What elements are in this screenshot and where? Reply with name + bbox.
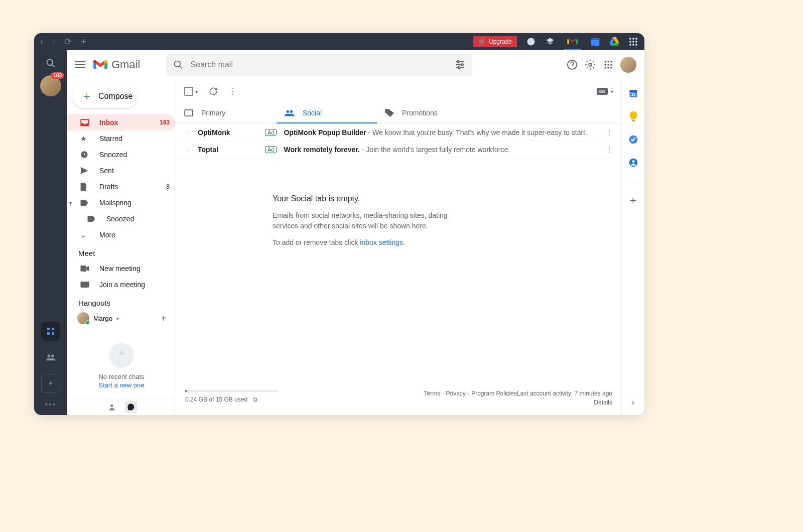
send-icon — [80, 167, 90, 174]
gmail-tab-icon[interactable] — [564, 33, 581, 50]
add-chat-icon[interactable]: + — [161, 313, 170, 324]
gmail-logo-icon — [93, 59, 107, 70]
privacy-link[interactable]: Privacy — [446, 390, 466, 406]
category-tabs: Primary Social Promotions — [176, 103, 621, 124]
hangouts-user[interactable]: Margo ▾ + — [67, 310, 176, 326]
side-panel: 31 + › — [621, 79, 644, 415]
meet-new[interactable]: New meeting — [67, 260, 176, 277]
forward-arrow-icon[interactable]: › — [52, 37, 55, 47]
svg-point-3 — [629, 38, 631, 40]
drive-tab-icon[interactable] — [609, 37, 619, 47]
svg-point-40 — [290, 110, 293, 113]
tab-social[interactable]: Social — [277, 103, 377, 123]
mail-row[interactable]: ☆ Toptal Ad Work remotely forever. - Joi… — [176, 141, 621, 158]
mail-row[interactable]: ☆ OptiMonk Ad OptiMonk Popup Builder - W… — [176, 124, 621, 141]
contacts-icon[interactable] — [628, 158, 638, 168]
nav-snoozed[interactable]: Snoozed — [67, 147, 176, 163]
collapse-panel-icon[interactable]: › — [632, 398, 634, 407]
inbox-settings-link[interactable]: inbox settings — [360, 238, 403, 246]
details-link[interactable]: Details — [594, 399, 612, 406]
add-workspace-icon[interactable]: + — [41, 374, 60, 393]
more-icon[interactable]: ⋮ — [229, 87, 237, 96]
tasks-icon[interactable] — [628, 135, 638, 145]
back-arrow-icon[interactable]: ‹ — [40, 37, 43, 47]
people-tool-icon[interactable] — [41, 348, 60, 367]
row-menu-icon[interactable]: ⋮ — [606, 128, 613, 137]
svg-point-18 — [51, 355, 54, 357]
svg-point-9 — [629, 44, 631, 46]
nav-mailspring[interactable]: ▾Mailspring — [67, 195, 176, 211]
chevron-down-icon[interactable]: ▾ — [195, 89, 198, 94]
refresh-icon[interactable] — [209, 87, 218, 96]
svg-point-10 — [632, 44, 634, 46]
search-input[interactable] — [190, 60, 448, 69]
policies-link[interactable]: Program Policies — [471, 390, 517, 406]
layers-icon[interactable] — [545, 37, 555, 47]
search-options-icon[interactable] — [455, 60, 465, 69]
contacts-tab-icon[interactable] — [106, 401, 118, 413]
tab-promotions[interactable]: Promotions — [377, 103, 477, 123]
svg-point-6 — [629, 41, 631, 43]
gmail-brand[interactable]: Gmail — [93, 58, 140, 71]
svg-rect-44 — [632, 120, 635, 121]
svg-rect-15 — [47, 332, 50, 335]
svg-rect-16 — [52, 332, 54, 335]
hangouts-tab-icon[interactable] — [125, 401, 137, 413]
chevron-down-icon[interactable]: ▾ — [116, 316, 119, 321]
apps-tool-icon[interactable] — [41, 322, 60, 341]
compose-label: Compose — [98, 92, 132, 101]
empty-title: Your Social tab is empty. — [273, 194, 457, 203]
new-tab-icon[interactable]: + — [81, 37, 86, 47]
footer: 0.24 GB of 15 GB used ⧉ Terms· Privacy· … — [176, 383, 621, 415]
open-external-icon[interactable]: ⧉ — [253, 396, 257, 403]
help-icon[interactable] — [566, 59, 578, 71]
apps-grid-icon[interactable] — [602, 59, 614, 71]
svg-rect-35 — [80, 265, 86, 272]
mail-main: ▾ ⋮ ⌨▾ Primary Social Promotions ☆ OptiM… — [176, 79, 621, 415]
unread-badge: 183 — [51, 72, 64, 79]
tab-primary[interactable]: Primary — [176, 103, 277, 123]
svg-point-37 — [110, 404, 113, 407]
keep-icon[interactable] — [628, 111, 638, 121]
calendar-icon[interactable]: 31 — [628, 88, 638, 98]
search-icon — [173, 60, 183, 70]
workspace-avatar[interactable]: 183 — [40, 75, 61, 96]
star-icon[interactable]: ☆ — [184, 146, 191, 154]
star-icon[interactable]: ☆ — [184, 128, 191, 137]
nav-sent[interactable]: Sent — [67, 163, 176, 179]
upgrade-button[interactable]: 🛒 Upgrade — [473, 36, 517, 47]
nav-more[interactable]: ⌄More — [67, 227, 176, 243]
row-menu-icon[interactable]: ⋮ — [606, 146, 613, 154]
meet-join[interactable]: Join a meeting — [67, 277, 176, 293]
hangouts-avatar — [77, 312, 89, 324]
input-toggle[interactable]: ⌨▾ — [597, 88, 613, 95]
chat-icon[interactable] — [526, 37, 536, 47]
add-addon-icon[interactable]: + — [630, 194, 636, 207]
more-dots-icon[interactable]: ••• — [45, 400, 57, 409]
apps-grid-icon[interactable] — [628, 37, 638, 47]
nav-starred[interactable]: ★Starred — [67, 130, 176, 147]
svg-point-22 — [458, 67, 460, 69]
chevron-down-icon[interactable]: ▾ — [69, 200, 72, 206]
label-icon — [80, 200, 90, 206]
settings-gear-icon[interactable] — [584, 59, 596, 71]
compose-button[interactable]: Compose — [72, 84, 138, 108]
start-chat-link[interactable]: Start a new one — [77, 381, 166, 389]
search-bar[interactable] — [166, 53, 472, 76]
svg-point-30 — [610, 64, 612, 66]
search-icon[interactable] — [46, 58, 56, 68]
terms-link[interactable]: Terms — [424, 390, 440, 406]
svg-point-4 — [632, 38, 634, 40]
nav-inbox[interactable]: Inbox183 — [67, 114, 176, 130]
menu-icon[interactable] — [75, 61, 87, 68]
reload-icon[interactable]: ⟳ — [64, 36, 72, 47]
nav-drafts[interactable]: Drafts8 — [67, 179, 176, 195]
svg-point-5 — [635, 38, 637, 40]
calendar-tab-icon[interactable] — [590, 37, 600, 47]
account-avatar[interactable] — [620, 57, 636, 73]
svg-point-25 — [604, 61, 606, 63]
select-all-checkbox[interactable]: ▾ — [184, 87, 198, 96]
label-icon — [87, 216, 97, 222]
nav-mailspring-snoozed[interactable]: Snoozed — [67, 211, 176, 227]
svg-rect-42 — [629, 90, 637, 92]
